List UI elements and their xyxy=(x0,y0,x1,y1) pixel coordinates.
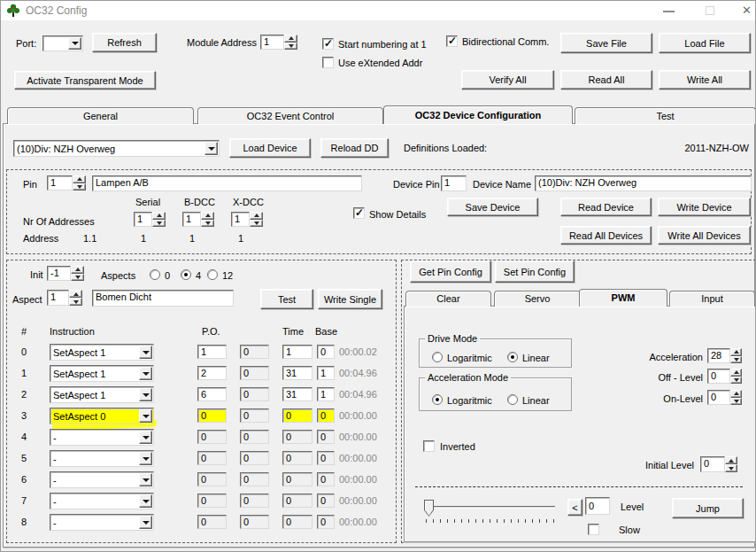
module-address-field[interactable]: 1 xyxy=(260,35,284,50)
test-button[interactable]: Test xyxy=(260,289,313,309)
base-field[interactable]: 1 xyxy=(317,366,335,380)
dropdown-arrow-icon xyxy=(139,494,152,508)
slow-checkbox[interactable] xyxy=(588,524,599,535)
initial-level-field[interactable]: 0 xyxy=(700,456,725,472)
start-numbering-checkbox[interactable] xyxy=(322,38,334,50)
level-slider-track[interactable] xyxy=(426,506,555,509)
serial-count-field[interactable]: 1 xyxy=(134,212,152,227)
tab-clear[interactable]: Clear xyxy=(405,291,491,307)
tab-pwm[interactable]: PWM xyxy=(579,289,667,307)
instruction-select[interactable]: - xyxy=(50,429,154,446)
base-field[interactable]: 1 xyxy=(317,387,335,401)
activate-transparent-mode-button[interactable]: Activate Transparent Mode xyxy=(14,71,156,89)
port-select[interactable] xyxy=(42,35,83,51)
aspect-name-field[interactable]: Bomen Dicht xyxy=(92,290,234,307)
base-field[interactable]: 0 xyxy=(317,408,335,423)
init-spinner[interactable] xyxy=(71,266,84,281)
level-slider-thumb[interactable] xyxy=(424,500,434,517)
extended-addr-checkbox[interactable] xyxy=(322,57,334,68)
aspects-radio-0[interactable] xyxy=(150,269,160,280)
aspect-field[interactable]: 1 xyxy=(47,290,69,306)
on-level-label: On-Level xyxy=(621,393,703,405)
instruction-select[interactable]: - xyxy=(50,514,154,531)
instruction-select[interactable]: SetAspect 1 xyxy=(50,344,154,361)
bdcc-count-field[interactable]: 1 xyxy=(182,212,201,227)
read-device-button[interactable]: Read Device xyxy=(560,198,652,216)
xdcc-count-spinner[interactable] xyxy=(250,212,263,227)
time-field[interactable]: 31 xyxy=(282,387,312,401)
bdcc-count-spinner[interactable] xyxy=(201,212,214,227)
instruction-select[interactable]: - xyxy=(50,493,154,509)
close-icon[interactable]: ✕ xyxy=(742,4,752,17)
time-field[interactable]: 31 xyxy=(282,366,312,380)
maximize-icon[interactable] xyxy=(706,6,714,15)
base-field[interactable]: 0 xyxy=(317,345,335,359)
po-field[interactable]: 6 xyxy=(197,387,227,401)
off-level-field[interactable]: 0 xyxy=(707,369,730,384)
instruction-select[interactable]: - xyxy=(50,450,154,467)
tab-oc32-device-configuration[interactable]: OC32 Device Configuration xyxy=(383,105,573,124)
xdcc-count-field[interactable]: 1 xyxy=(231,212,250,227)
pin-field[interactable]: 1 xyxy=(47,175,73,190)
device-select[interactable]: (10)Div: NZH Overweg xyxy=(13,140,220,157)
on-level-field[interactable]: 0 xyxy=(707,390,730,405)
acceleration-field[interactable]: 28 xyxy=(707,348,730,363)
off-level-spinner[interactable] xyxy=(730,369,742,384)
aspect-spinner[interactable] xyxy=(69,290,82,306)
tab-oc32-event-control[interactable]: OC32 Event Control xyxy=(197,107,383,124)
refresh-button[interactable]: Refresh xyxy=(92,33,157,52)
save-device-button[interactable]: Save Device xyxy=(447,198,538,216)
bidirectional-checkbox[interactable] xyxy=(446,35,458,47)
accel-linear-radio[interactable] xyxy=(507,394,518,405)
read-all-devices-button[interactable]: Read All Devices xyxy=(560,226,652,245)
initial-level-spinner[interactable] xyxy=(725,456,737,472)
on-level-spinner[interactable] xyxy=(730,390,742,405)
po-field[interactable]: 2 xyxy=(197,366,227,380)
write-all-button[interactable]: Write All xyxy=(659,70,751,89)
aspects-radio-12[interactable] xyxy=(207,269,218,280)
get-pin-config-button[interactable]: Get Pin Config xyxy=(410,260,491,283)
device-pin-field[interactable]: 1 xyxy=(441,175,467,191)
accel-logaritmic-radio[interactable] xyxy=(432,394,443,405)
level-back-button[interactable]: < xyxy=(567,499,582,516)
time-field[interactable]: 1 xyxy=(282,345,312,359)
verify-all-button[interactable]: Verify All xyxy=(461,70,554,89)
po-field[interactable]: 0 xyxy=(197,408,227,423)
tab-test[interactable]: Test xyxy=(575,107,756,124)
save-file-button[interactable]: Save File xyxy=(560,33,652,53)
reload-dd-button[interactable]: Reload DD xyxy=(320,138,389,158)
minimize-icon[interactable] xyxy=(663,11,675,12)
tab-input[interactable]: Input xyxy=(669,291,755,307)
aspects-radio-4[interactable] xyxy=(181,269,191,280)
drive-linear-radio[interactable] xyxy=(507,352,518,362)
load-file-button[interactable]: Load File xyxy=(659,33,751,53)
inverted-checkbox[interactable] xyxy=(423,440,435,452)
pin-spinner[interactable] xyxy=(73,175,86,190)
serial-count-spinner[interactable] xyxy=(152,212,166,227)
module-address-spinner[interactable] xyxy=(284,35,297,50)
time-field[interactable]: 0 xyxy=(282,408,312,423)
instruction-select-value: SetAspect 1 xyxy=(53,347,137,358)
write-all-devices-button[interactable]: Write All Devices xyxy=(658,226,751,245)
po-field[interactable]: 1 xyxy=(197,345,227,359)
instruction-select[interactable]: SetAspect 1 xyxy=(50,365,154,382)
jump-button[interactable]: Jump xyxy=(672,498,744,518)
read-all-button[interactable]: Read All xyxy=(560,70,652,89)
tab-servo[interactable]: Servo xyxy=(494,291,581,307)
set-pin-config-button[interactable]: Set Pin Config xyxy=(495,260,575,283)
init-field[interactable]: -1 xyxy=(47,266,71,281)
drive-logaritmic-radio[interactable] xyxy=(432,352,443,362)
acceleration-spinner[interactable] xyxy=(730,348,742,363)
instruction-select[interactable]: SetAspect 0 xyxy=(50,408,154,424)
write-single-button[interactable]: Write Single xyxy=(318,289,382,309)
load-device-button[interactable]: Load Device xyxy=(229,138,311,158)
instruction-select[interactable]: - xyxy=(50,471,154,488)
device-name-field[interactable]: (10)Div: NZH Overweg xyxy=(535,175,752,191)
pin-name-field[interactable]: Lampen A/B xyxy=(92,175,362,191)
tab-general[interactable]: General xyxy=(7,107,194,124)
show-details-checkbox[interactable] xyxy=(353,207,365,219)
write-device-button[interactable]: Write Device xyxy=(658,198,751,216)
instruction-select[interactable]: SetAspect 1 xyxy=(50,386,154,403)
level-field[interactable]: 0 xyxy=(585,497,610,515)
param2-field: 0 xyxy=(240,472,269,486)
